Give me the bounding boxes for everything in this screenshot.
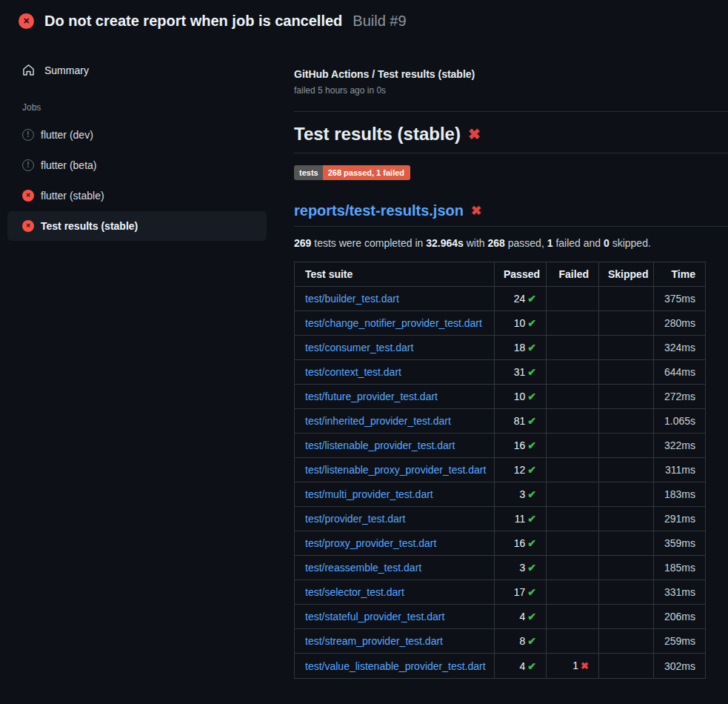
main-content: GitHub Actions / Test results (stable) f… — [274, 37, 728, 679]
table-header-row: Test suite Passed Failed Skipped Time — [295, 262, 706, 287]
suite-cell: test/value_listenable_provider_test.dart — [295, 654, 495, 679]
test-suite-link[interactable]: test/multi_provider_test.dart — [305, 488, 433, 500]
report-file-link[interactable]: reports/test-results.json — [294, 202, 464, 219]
failed-cell — [547, 311, 599, 336]
time-cell: 1.065s — [654, 409, 706, 434]
check-icon: ✔ — [527, 660, 536, 672]
table-row: test/listenable_proxy_provider_test.dart… — [295, 458, 706, 482]
test-suite-link[interactable]: test/provider_test.dart — [305, 513, 405, 525]
col-passed: Passed — [495, 262, 547, 287]
suite-cell: test/provider_test.dart — [295, 507, 495, 531]
skipped-cell — [599, 311, 654, 336]
failed-cell — [547, 507, 599, 531]
home-icon — [22, 64, 35, 76]
suite-cell: test/builder_test.dart — [295, 287, 495, 311]
time-cell: 185ms — [654, 556, 706, 580]
count-value: 16 — [514, 439, 526, 451]
table-row: test/stateful_provider_test.dart4✔206ms — [295, 605, 706, 629]
breadcrumb: GitHub Actions / Test results (stable) — [294, 67, 728, 81]
skipped-cell — [599, 654, 654, 679]
skipped-cell — [599, 605, 654, 629]
test-suite-link[interactable]: test/context_test.dart — [305, 366, 401, 378]
sidebar: Summary Jobs ! flutter (dev) ! flutter (… — [0, 37, 274, 242]
sidebar-item-flutter-stable[interactable]: ✕ flutter (stable) — [7, 181, 267, 210]
skipped-cell — [599, 336, 654, 360]
count-value: 3 — [519, 562, 525, 574]
job-neutral-icon: ! — [22, 129, 34, 141]
test-suite-link[interactable]: test/value_listenable_provider_test.dart — [305, 660, 486, 672]
table-row: test/provider_test.dart11✔291ms — [295, 507, 706, 531]
check-icon: ✔ — [527, 488, 536, 500]
table-row: test/multi_provider_test.dart3✔183ms — [295, 482, 706, 507]
skipped-cell — [599, 482, 654, 507]
failed-cell — [547, 580, 599, 605]
count-value: 81 — [514, 415, 526, 427]
test-suite-link[interactable]: test/selector_test.dart — [305, 586, 404, 598]
time-cell: 311ms — [654, 458, 706, 482]
table-row: test/change_notifier_provider_test.dart1… — [295, 311, 706, 336]
time-cell: 183ms — [654, 482, 706, 507]
table-row: test/selector_test.dart17✔331ms — [295, 580, 706, 605]
suite-cell: test/multi_provider_test.dart — [295, 482, 495, 507]
test-suite-link[interactable]: test/proxy_provider_test.dart — [305, 537, 436, 549]
jobs-section-label: Jobs — [0, 84, 274, 119]
check-icon: ✔ — [527, 439, 536, 451]
sidebar-item-summary[interactable]: Summary — [0, 56, 274, 84]
time-cell: 291ms — [654, 507, 706, 531]
sidebar-item-test-results-stable[interactable]: ✕ Test results (stable) — [7, 211, 267, 241]
sidebar-item-flutter-beta[interactable]: ! flutter (beta) — [7, 150, 267, 180]
table-row: test/context_test.dart31✔644ms — [295, 360, 706, 385]
time-cell: 259ms — [654, 629, 706, 654]
test-suite-link[interactable]: test/inherited_provider_test.dart — [305, 415, 451, 427]
run-meta: failed 5 hours ago in 0s — [294, 84, 728, 96]
sidebar-item-label: Summary — [44, 64, 89, 76]
divider — [294, 111, 728, 112]
test-suite-link[interactable]: test/listenable_provider_test.dart — [305, 439, 455, 451]
failed-cell — [547, 336, 599, 360]
time-cell: 324ms — [654, 336, 706, 360]
test-suite-link[interactable]: test/consumer_test.dart — [305, 342, 413, 353]
passed-cell: 24✔ — [495, 287, 547, 311]
table-row: test/value_listenable_provider_test.dart… — [295, 654, 706, 679]
skipped-cell — [599, 580, 654, 605]
test-suite-link[interactable]: test/change_notifier_provider_test.dart — [305, 317, 482, 329]
failed-count: 1 — [547, 237, 553, 249]
table-row: test/stream_provider_test.dart8✔259ms — [295, 629, 706, 654]
table-row: test/builder_test.dart24✔375ms — [295, 287, 706, 311]
test-suite-link[interactable]: test/stateful_provider_test.dart — [305, 611, 444, 622]
summary-text: tests were completed in — [311, 237, 426, 249]
count-value: 11 — [515, 513, 526, 525]
time-cell: 375ms — [654, 287, 706, 311]
time-cell: 206ms — [654, 605, 706, 629]
test-suite-link[interactable]: test/future_provider_test.dart — [305, 391, 438, 402]
build-number: Build #9 — [353, 11, 406, 30]
test-suite-link[interactable]: test/reassemble_test.dart — [305, 562, 421, 574]
sidebar-item-label: flutter (dev) — [41, 129, 93, 141]
cross-mark-icon: ✖ — [468, 125, 481, 143]
failed-cell — [547, 385, 599, 409]
sidebar-item-label: Test results (stable) — [41, 220, 138, 232]
cross-icon: ✖ — [581, 660, 589, 671]
count-value: 17 — [514, 586, 526, 598]
time-cell: 331ms — [654, 580, 706, 605]
passed-cell: 18✔ — [495, 336, 547, 360]
section-heading: Test results (stable) ✖ — [294, 123, 728, 153]
check-icon: ✔ — [527, 293, 536, 305]
suite-cell: test/reassemble_test.dart — [295, 556, 495, 580]
passed-cell: 10✔ — [495, 385, 547, 409]
results-table-body: test/builder_test.dart24✔375mstest/chang… — [295, 287, 706, 679]
passed-cell: 8✔ — [495, 629, 547, 654]
test-suite-link[interactable]: test/stream_provider_test.dart — [305, 635, 443, 647]
sidebar-item-flutter-dev[interactable]: ! flutter (dev) — [7, 120, 267, 150]
check-icon: ✔ — [527, 342, 536, 353]
run-title: Do not create report when job is cancell… — [44, 11, 342, 30]
failed-cell — [547, 287, 599, 311]
failed-cell — [547, 556, 599, 580]
test-suite-link[interactable]: test/listenable_proxy_provider_test.dart — [305, 464, 486, 476]
test-suite-link[interactable]: test/builder_test.dart — [305, 293, 399, 305]
suite-cell: test/listenable_provider_test.dart — [295, 434, 495, 458]
passed-cell: 4✔ — [495, 605, 547, 629]
badge-label: tests — [294, 165, 323, 180]
count-value: 4 — [519, 660, 525, 672]
suite-cell: test/future_provider_test.dart — [295, 385, 495, 409]
